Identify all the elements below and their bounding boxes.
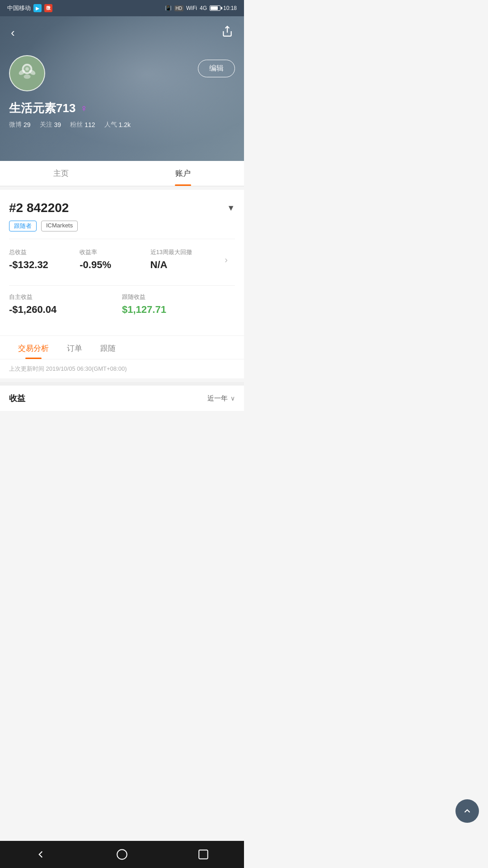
period-label: 近一年 xyxy=(207,394,228,403)
svg-point-7 xyxy=(25,67,29,71)
earnings-section: 收益 近一年 ∨ xyxy=(0,382,244,411)
account-content: #2 842202 ▼ 跟随者 ICMarkets 总收益 -$132.32 收… xyxy=(0,190,244,378)
analysis-tabs: 交易分析 订单 跟随 xyxy=(0,335,244,359)
hd-badge: HD xyxy=(174,5,183,11)
self-earnings-label: 自主收益 xyxy=(9,293,122,301)
avatar xyxy=(9,55,45,91)
weibo-icon: 微 xyxy=(44,4,52,12)
wifi-icon: WiFi xyxy=(186,5,197,11)
username-row: 生活元素713 ♀ xyxy=(9,100,235,116)
earnings-rate-box: 收益率 -0.95% xyxy=(80,248,150,271)
dropdown-icon[interactable]: ▼ xyxy=(227,203,235,213)
account-tags: 跟随者 ICMarkets xyxy=(0,221,244,239)
account-header: #2 842202 ▼ xyxy=(0,190,244,221)
earnings-rate-label: 收益率 xyxy=(80,248,150,256)
status-right: 📳 HD WiFi 4G 10:18 xyxy=(165,5,237,11)
max-drawdown-value: N/A xyxy=(150,259,235,271)
tab-homepage[interactable]: 主页 xyxy=(0,161,122,186)
svg-point-6 xyxy=(23,75,30,79)
follow-stat: 关注 39 xyxy=(40,121,61,129)
tab-account[interactable]: 账户 xyxy=(122,161,244,186)
vibrate-icon: 📳 xyxy=(165,5,172,11)
tag-follower: 跟随者 xyxy=(9,221,37,231)
chevron-right-icon[interactable]: › xyxy=(225,255,228,265)
follow-earnings-box: 跟随收益 $1,127.71 xyxy=(122,293,235,316)
earnings-header: 收益 近一年 ∨ xyxy=(9,393,235,404)
status-left: 中国移动 ▶ 微 xyxy=(7,4,52,12)
tag-broker: ICMarkets xyxy=(41,221,78,231)
earnings-title: 收益 xyxy=(9,393,25,404)
edit-button[interactable]: 编辑 xyxy=(198,60,235,77)
max-drawdown-box: 近13周最大回撤 N/A xyxy=(150,248,235,271)
signal-icon: 4G xyxy=(200,5,207,11)
profile-top: 编辑 xyxy=(9,55,235,91)
time-label: 10:18 xyxy=(223,5,237,11)
stats-grid: 总收益 -$132.32 收益率 -0.95% 近13周最大回撤 N/A › 自… xyxy=(0,239,244,334)
weibo-stat: 微博 29 xyxy=(9,121,31,129)
analysis-tab-follow[interactable]: 跟随 xyxy=(91,336,125,359)
stats-row-2: 自主收益 -$1,260.04 跟随收益 $1,127.71 xyxy=(9,293,235,316)
share-button[interactable] xyxy=(220,24,235,42)
follow-earnings-value: $1,127.71 xyxy=(122,304,235,316)
profile-stats-row: 微博 29 关注 39 粉丝 112 人气 1.2k xyxy=(9,121,235,129)
max-drawdown-label: 近13周最大回撤 xyxy=(150,248,235,256)
profile-info: 编辑 生活元素713 ♀ 微博 29 关注 39 粉丝 112 人气 1.2k xyxy=(9,55,235,129)
self-earnings-box: 自主收益 -$1,260.04 xyxy=(9,293,122,316)
gender-icon: ♀ xyxy=(80,103,88,114)
back-button[interactable]: ‹ xyxy=(9,24,17,42)
stats-row-1: 总收益 -$132.32 收益率 -0.95% 近13周最大回撤 N/A › xyxy=(9,248,235,271)
total-earnings-value: -$132.32 xyxy=(9,259,80,271)
battery-icon xyxy=(210,5,221,11)
account-number-label: #2 842202 xyxy=(9,201,69,215)
analysis-tab-orders[interactable]: 订单 xyxy=(58,336,91,359)
profile-header: ‹ 编辑 生活 xyxy=(0,16,244,161)
youku-icon: ▶ xyxy=(33,4,42,12)
username-label: 生活元素713 xyxy=(9,100,75,116)
period-selector[interactable]: 近一年 ∨ xyxy=(207,394,235,403)
update-time-label: 上次更新时间 2019/10/05 06:30(GMT+08:00) xyxy=(0,359,244,378)
follow-earnings-label: 跟随收益 xyxy=(122,293,235,301)
earnings-rate-value: -0.95% xyxy=(80,259,150,271)
main-tabs: 主页 账户 xyxy=(0,161,244,186)
fans-stat: 粉丝 112 xyxy=(70,121,95,129)
period-arrow-icon: ∨ xyxy=(230,395,235,402)
total-earnings-box: 总收益 -$132.32 xyxy=(9,248,80,271)
total-earnings-label: 总收益 xyxy=(9,248,80,256)
header-nav: ‹ xyxy=(9,24,235,42)
carrier-label: 中国移动 xyxy=(7,4,31,12)
self-earnings-value: -$1,260.04 xyxy=(9,304,122,316)
analysis-tab-trading[interactable]: 交易分析 xyxy=(9,336,58,359)
popularity-stat: 人气 1.2k xyxy=(104,121,131,129)
status-bar: 中国移动 ▶ 微 📳 HD WiFi 4G 10:18 xyxy=(0,0,244,16)
